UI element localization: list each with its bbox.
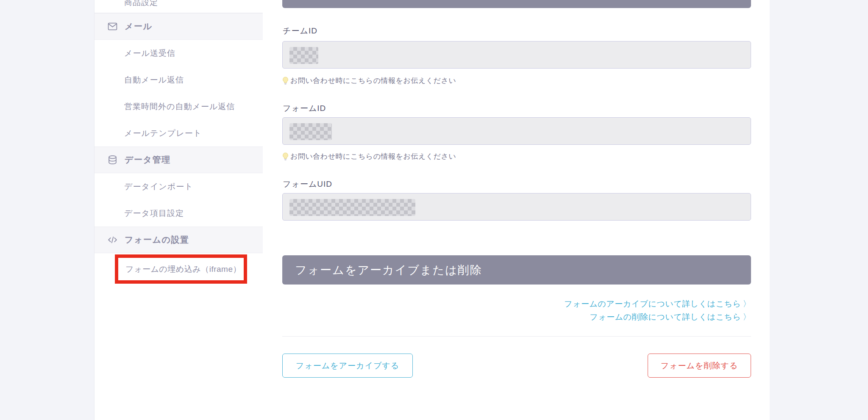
link-label: フォームのアーカイブについて詳しくはこちら	[564, 299, 741, 308]
form-id-input[interactable]	[282, 117, 751, 145]
sidebar-item-data-import[interactable]: データインポート	[95, 173, 263, 200]
masked-value	[289, 199, 415, 216]
form-id-hint: お問い合わせ時にこちらの情報をお伝えください	[282, 152, 456, 161]
sidebar-item-label: フォームの埋め込み（iframe）	[125, 264, 241, 275]
sidebar-item-after-hours-auto-reply[interactable]: 営業時間外の自動メール返信	[95, 93, 263, 120]
form-settings-panel: チームID お問い合わせ時にこちらの情報をお伝えください フォームID お問い合…	[263, 0, 770, 420]
section-title: フォームをアーカイブまたは削除	[295, 262, 482, 278]
sidebar-section-label: データ管理	[125, 154, 170, 166]
settings-sidebar: 商品設定 メール メール送受信 自動メール返信 営業時間外の自動メール返信 メー…	[94, 0, 263, 420]
sidebar-section-data-management[interactable]: データ管理	[95, 146, 263, 173]
archive-delete-section-header: フォームをアーカイブまたは削除	[282, 255, 751, 285]
form-uid-label: フォームUID	[283, 179, 332, 190]
sidebar-item-label: 自動メール返信	[124, 75, 184, 86]
archive-help-link[interactable]: フォームのアーカイブについて詳しくはこちら〉	[282, 297, 751, 310]
sidebar-item-label: データインポート	[124, 181, 193, 192]
sidebar-item-mail-template[interactable]: メールテンプレート	[95, 120, 263, 146]
team-id-label: チームID	[283, 25, 317, 36]
team-id-hint: お問い合わせ時にこちらの情報をお伝えください	[282, 76, 456, 86]
sidebar-item-mail-send-receive[interactable]: メール送受信	[95, 40, 263, 66]
sidebar-item-label: 商品設定	[124, 0, 263, 8]
form-id-label: フォームID	[283, 103, 326, 114]
delete-form-button[interactable]: フォームを削除する	[648, 354, 751, 378]
sidebar-item-auto-mail-reply[interactable]: 自動メール返信	[95, 66, 263, 93]
form-uid-input[interactable]	[282, 193, 751, 221]
mail-icon	[107, 21, 118, 32]
hint-text: お問い合わせ時にこちらの情報をお伝えください	[290, 76, 456, 86]
sidebar-item-data-field-settings[interactable]: データ項目設定	[95, 200, 263, 227]
sidebar-item-form-embed-iframe[interactable]: フォームの埋め込み（iframe）	[115, 254, 247, 284]
divider	[282, 336, 751, 337]
sidebar-section-form-installation[interactable]: フォームの設置	[95, 227, 263, 253]
help-links: フォームのアーカイブについて詳しくはこちら〉 フォームの削除について詳しくはこち…	[282, 297, 751, 323]
delete-help-link[interactable]: フォームの削除について詳しくはこちら〉	[282, 310, 751, 323]
masked-value	[289, 123, 332, 140]
sidebar-item-label: メールテンプレート	[124, 128, 202, 139]
section-header-bar-cropped	[282, 0, 751, 8]
chevron-right-icon: 〉	[743, 299, 751, 308]
highlighted-row: フォームの埋め込み（iframe）	[95, 253, 263, 284]
sidebar-item-label: メール送受信	[124, 48, 175, 59]
database-icon	[107, 155, 118, 165]
sidebar-section-mail[interactable]: メール	[95, 13, 263, 40]
sidebar-section-label: メール	[125, 21, 152, 32]
code-icon	[107, 235, 118, 245]
chevron-right-icon: 〉	[743, 312, 751, 321]
sidebar-item-product-settings[interactable]: 商品設定	[95, 0, 263, 13]
lightbulb-icon	[282, 152, 289, 161]
team-id-input[interactable]	[282, 41, 751, 69]
sidebar-item-label: 営業時間外の自動メール返信	[124, 101, 235, 112]
sidebar-section-label: フォームの設置	[125, 234, 189, 246]
link-label: フォームの削除について詳しくはこちら	[590, 312, 741, 321]
hint-text: お問い合わせ時にこちらの情報をお伝えください	[290, 152, 456, 161]
masked-value	[289, 47, 318, 64]
sidebar-item-label: データ項目設定	[124, 208, 184, 219]
lightbulb-icon	[282, 77, 289, 85]
archive-form-button[interactable]: フォームをアーカイブする	[282, 354, 413, 378]
